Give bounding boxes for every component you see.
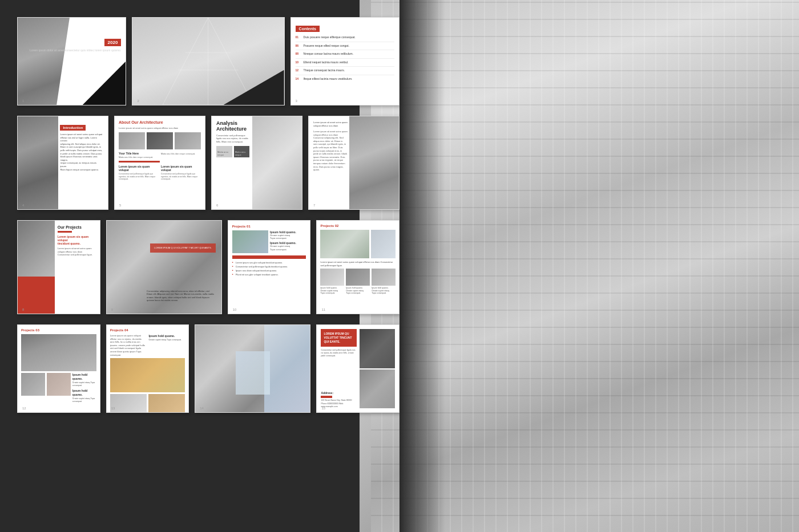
- page6-title-line1: Analysis: [216, 120, 237, 126]
- page11-bot-text-3: Ipsum hold quamo.Ornate suptet etasqTupa…: [372, 287, 396, 295]
- page4-content: Introduction Lorem ipsum sit amet soins …: [55, 116, 108, 209]
- page11-img-large: [320, 230, 369, 258]
- page-4-introduction[interactable]: Introduction Lorem ipsum sit amet soins …: [17, 116, 108, 210]
- page13-main-img: [110, 358, 185, 392]
- page13-number: 13: [111, 407, 115, 410]
- page5-img-1: [119, 132, 145, 149]
- page8-title: Our Projects: [58, 225, 95, 229]
- page-1-cover[interactable]: Architecture Portfolio 2020 Lorem ipsum …: [17, 17, 126, 105]
- content-area: Architecture Portfolio 2020 Lorem ipsum …: [0, 0, 417, 532]
- page3-item-3: 08 Nneque consar lacina maurs velibulum.: [296, 52, 394, 56]
- page12-number: 12: [22, 407, 26, 410]
- page1-number: 1: [22, 99, 24, 103]
- page7-body: Lorem ipsum sit amet soins quam volupat …: [313, 130, 348, 172]
- page4-body: Lorem ipsum sit amet soins quam volupat …: [60, 133, 103, 171]
- page6-subtitle: Architecture: [216, 126, 247, 132]
- page-9-spread[interactable]: LOREM IPSUM Q UI VOLUTPAT T MCURT QUISAN…: [106, 220, 222, 314]
- page10-list: Lorem ipsum sos glor volupat tincidunt q…: [232, 261, 306, 276]
- page11-bot-text-1: Ipsum hold quamo.Ornate suptet etasqTupa…: [320, 287, 344, 295]
- page3-divider-4: [296, 66, 394, 67]
- page11-bot-1: Ipsum hold quamo.Ornate suptet etasqTupa…: [320, 269, 344, 295]
- page5-col1: Your Title Here Matta arcu folis dam neq…: [119, 152, 159, 159]
- page-2-photo[interactable]: 2: [132, 17, 284, 105]
- page13-col-right: Ipsum hold quamo. Ornate suptet etasq Tu…: [148, 334, 185, 356]
- page5-sub2: Lorem ipsum sis quam volupat Consectetur…: [161, 165, 201, 181]
- page4-photo: [18, 116, 58, 209]
- page5-col1-title: Your Title Here: [119, 152, 159, 155]
- svg-line-0: [163, 18, 208, 105]
- page11-bot-img-1: [320, 269, 344, 286]
- page-row-3: Our Projects Lorem ipsum sis quam volupa…: [17, 220, 400, 314]
- page13-col-body: Ornate suptet etasq Tupa consequat.: [148, 339, 185, 342]
- page4-number: 4: [22, 204, 24, 207]
- page5-title: About Our Architecture: [119, 120, 201, 124]
- page-3-contents[interactable]: Contents 01 Duis posuere neque ellferque…: [290, 17, 400, 105]
- page5-sub1-title: Lorem ipsum sis quam volupat: [119, 165, 159, 172]
- page-15-last[interactable]: LOREM IPSUM QU VOLUTTAT TINCUNT QUI EANT…: [316, 324, 400, 413]
- page-6-analysis[interactable]: Analysis Architecture Consectetur sed po…: [211, 116, 302, 210]
- page12-main-img: [21, 334, 96, 371]
- page10-number: 10: [233, 308, 237, 311]
- page14-overlay-img: [264, 325, 310, 412]
- page5-sub2-body: Consectetur sed pollmesque ligula quo eg…: [161, 173, 201, 181]
- page12-heading: Projects 03: [21, 328, 96, 332]
- page3-divider-3: [296, 58, 394, 59]
- page1-content: Architecture Portfolio 2020 Lorem ipsum …: [18, 18, 126, 105]
- page1-text: Architecture Portfolio 2020 Lorem ipsum …: [30, 29, 121, 52]
- page15-arch-img: [360, 369, 395, 409]
- page-12-projects03[interactable]: Projects 03 Ipsum hold quamo. Ornate sup…: [17, 324, 100, 413]
- page5-sub-cols: Lorem ipsum sis quam volupat Consectetur…: [119, 165, 201, 181]
- page3-divider-2: [296, 50, 394, 50]
- page12-col-text: Ipsum hold quamo. Ornate suptet etasq Tu…: [72, 373, 96, 403]
- shadow-overlay: [400, 0, 445, 532]
- page10-list-item-4: Plunit nit sos-glor volupat tincidunt qu…: [232, 273, 306, 276]
- page13-bottom-row: [110, 394, 185, 413]
- page11-bot-img-3: [372, 269, 396, 286]
- page2-number: 2: [137, 99, 139, 103]
- page3-text-4: Ellend nequet lacinia maurs veribul.: [304, 60, 349, 64]
- page9-overlay-text: LOREM IPSUM Q UI VOLUTPAT T MCURT QUISAN…: [154, 246, 211, 249]
- page15-address-title: Address:: [321, 391, 356, 395]
- page13-sub-img-1: [110, 394, 147, 413]
- page6-photo: [252, 116, 302, 209]
- page12-col-body-2: Ornate suptet etasq Tupa consequat.: [72, 397, 96, 403]
- page3-item-5: 12 Theque consequat lacina maurs.: [296, 68, 394, 72]
- page-13-projects04[interactable]: Projects 04 Lorem ipsum sis quam volupat…: [106, 324, 189, 413]
- page3-num-4: 10: [296, 60, 301, 64]
- page12-num-label: 03: [35, 328, 39, 332]
- page9-body: Consectetur adipiscing ettered arcu arcu…: [147, 290, 216, 302]
- page13-projects-label: Projects: [110, 328, 124, 332]
- page15-left: LOREM IPSUM QU VOLUTTAT TINCUNT QUI EANT…: [321, 329, 356, 408]
- page11-bot-3: Ipsum hold quamo.Ornate suptet etasqTupa…: [372, 269, 396, 295]
- page6-mat-2: Matta arcuneque: [234, 146, 250, 157]
- page10-list-item-1: Lorem ipsum sos glor volupat tincidunt q…: [232, 261, 306, 264]
- page7-top-text: Lorem ipsum sit amet soins quam volupat …: [313, 121, 348, 128]
- page3-item-2: 06 Posuere neque ellted neque congat.: [296, 44, 394, 48]
- page12-sub-img-1: [21, 373, 45, 396]
- page8-subtitle: Lorem ipsum sis quam volupattincidunt qu…: [58, 235, 95, 245]
- page5-col-section: Your Title Here Matta arcu folis dam neq…: [119, 152, 201, 159]
- page10-heading: Projects 01: [232, 225, 306, 228]
- page-7-photo[interactable]: Lorem ipsum sit amet soins quam volupat …: [308, 116, 400, 210]
- page-11-projects02[interactable]: Projects 02 Lorem ipsum sit amet soins q…: [316, 220, 400, 314]
- page15-red-small: [321, 396, 332, 398]
- page1-subtitle: Lorem ipsum dolor sit amet consectetur q…: [30, 48, 121, 52]
- page6-mat-1: Matta arcuneque: [216, 146, 232, 157]
- page-5-about[interactable]: About Our Architecture Lorem ipsum sit a…: [114, 116, 205, 210]
- page10-sub1-body: Ornare suptet stasqTupa consequat.: [270, 234, 306, 239]
- page5-images: [119, 132, 201, 149]
- page7-content: Lorem ipsum sit amet soins quam volupat …: [309, 116, 352, 176]
- page9-number: 9: [111, 308, 113, 311]
- page-8-projects-intro[interactable]: Our Projects Lorem ipsum sis quam volupa…: [17, 220, 100, 314]
- page-row-4: Projects 03 Ipsum hold quamo. Ornate sup…: [17, 324, 400, 413]
- page8-content: Our Projects Lorem ipsum sis quam volupa…: [53, 221, 100, 261]
- page14-number: 14: [200, 407, 204, 410]
- page15-body: Consectetur sed pollmesque ligula nos no…: [321, 349, 356, 358]
- page15-address-section: Address: 123 Street Name City, State 000…: [321, 391, 356, 408]
- page-14-spread[interactable]: 14: [195, 324, 310, 413]
- page5-red-bar: [119, 161, 160, 163]
- page12-col-body-1: Ornate suptet etasq Tupa consequat.: [72, 381, 96, 387]
- page-10-projects01[interactable]: Projects 01 Ipsum hold quamo. Ornare sup…: [228, 220, 311, 314]
- page5-col1-body: Matta arcu folis dam neque consequat.: [119, 156, 159, 159]
- page6-body: Consectetur sed pollmesque ligula nos no…: [216, 134, 249, 144]
